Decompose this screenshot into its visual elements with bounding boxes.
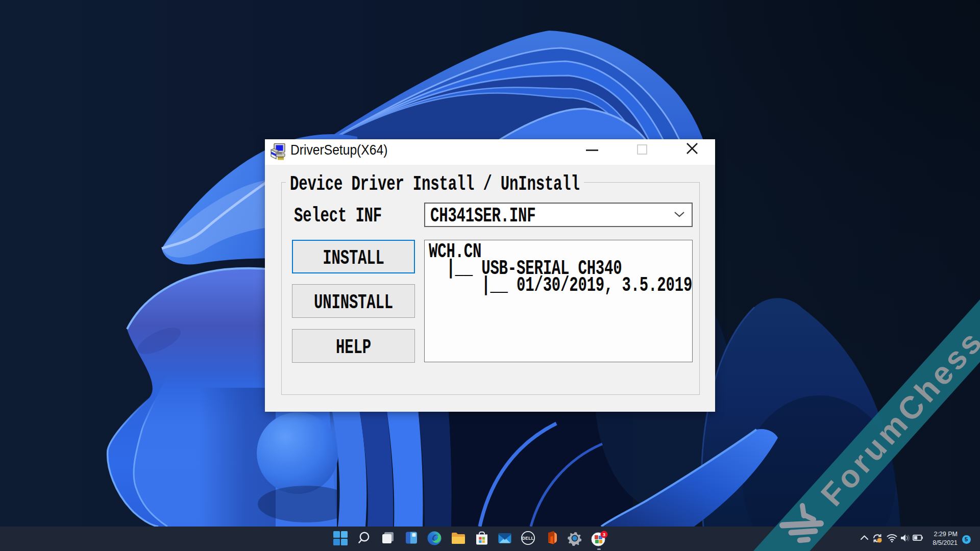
svg-text:DELL: DELL <box>522 536 534 541</box>
svg-text:3: 3 <box>603 532 605 537</box>
